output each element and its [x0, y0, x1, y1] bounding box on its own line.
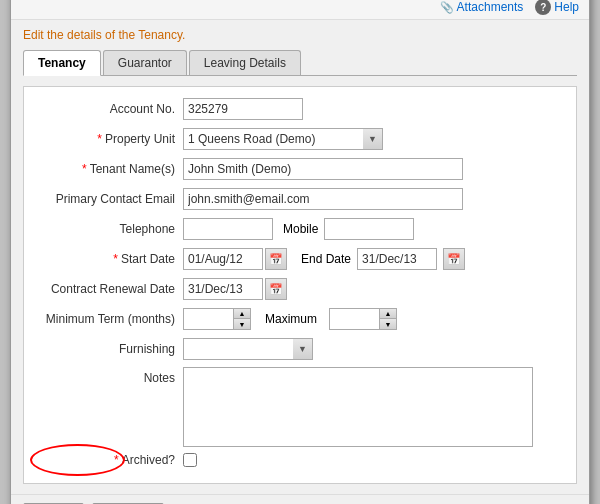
help-button[interactable]: ? Help	[535, 0, 579, 15]
tab-tenancy[interactable]: Tenancy	[23, 50, 101, 76]
contract-renewal-date-group: 📅	[183, 278, 287, 300]
archived-checkbox[interactable]	[183, 453, 197, 467]
toolbar: 📎 Attachments ? Help	[11, 0, 589, 20]
end-date-label: End Date	[301, 252, 351, 266]
tab-leaving-details[interactable]: Leaving Details	[189, 50, 301, 75]
start-date-group: 📅	[183, 248, 287, 270]
end-date-input[interactable]	[357, 248, 437, 270]
account-no-label: Account No.	[38, 102, 183, 116]
attachments-button[interactable]: 📎 Attachments	[440, 0, 524, 14]
notes-row: Notes	[38, 367, 562, 447]
mobile-input[interactable]	[324, 218, 414, 240]
contract-renewal-row: Contract Renewal Date 📅	[38, 277, 562, 301]
mobile-group: Mobile	[283, 218, 414, 240]
notes-textarea[interactable]	[183, 367, 533, 447]
tenant-names-input[interactable]	[183, 158, 463, 180]
start-date-calendar-button[interactable]: 📅	[265, 248, 287, 270]
account-no-input[interactable]	[183, 98, 303, 120]
furnishing-select[interactable]	[183, 338, 313, 360]
content-area: Edit the details of the Tenancy. Tenancy…	[11, 20, 589, 494]
min-term-up-button[interactable]: ▲	[234, 309, 250, 319]
min-term-down-button[interactable]: ▼	[234, 319, 250, 329]
required-star-4: *	[114, 453, 119, 467]
telephone-row: Telephone Mobile	[38, 217, 562, 241]
contact-email-row: Primary Contact Email	[38, 187, 562, 211]
min-term-spinner: ▲ ▼	[183, 308, 251, 330]
tenant-names-row: *Tenant Name(s)	[38, 157, 562, 181]
edit-description: Edit the details of the Tenancy.	[23, 28, 577, 42]
telephone-label: Telephone	[38, 222, 183, 236]
contract-renewal-input[interactable]	[183, 278, 263, 300]
help-label: Help	[554, 0, 579, 14]
furnishing-row: Furnishing ▼	[38, 337, 562, 361]
property-unit-select-wrapper: 1 Queens Road (Demo) ▼	[183, 128, 383, 150]
attach-icon: 📎	[440, 1, 454, 14]
maximum-up-button[interactable]: ▲	[380, 309, 396, 319]
archived-label: *Archived?	[38, 453, 183, 467]
start-date-input[interactable]	[183, 248, 263, 270]
maximum-label: Maximum	[265, 312, 317, 326]
telephone-input[interactable]	[183, 218, 273, 240]
contact-email-input[interactable]	[183, 188, 463, 210]
furnishing-label: Furnishing	[38, 342, 183, 356]
footer: Save Cancel	[11, 494, 589, 504]
required-star: *	[97, 132, 102, 146]
maximum-down-button[interactable]: ▼	[380, 319, 396, 329]
contract-renewal-label: Contract Renewal Date	[38, 282, 183, 296]
tab-guarantor[interactable]: Guarantor	[103, 50, 187, 75]
contract-renewal-calendar-button[interactable]: 📅	[265, 278, 287, 300]
notes-label: Notes	[38, 367, 183, 447]
start-date-row: *Start Date 📅 End Date 📅	[38, 247, 562, 271]
min-term-row: Minimum Term (months) ▲ ▼ Maximum ▲ ▼	[38, 307, 562, 331]
archived-row: *Archived?	[38, 453, 562, 467]
form-panel: Account No. *Property Unit 1 Queens Road…	[23, 86, 577, 484]
attachments-label: Attachments	[457, 0, 524, 14]
end-date-group: End Date 📅	[301, 248, 465, 270]
property-unit-select[interactable]: 1 Queens Road (Demo)	[183, 128, 383, 150]
start-date-label: *Start Date	[38, 252, 183, 266]
mobile-label: Mobile	[283, 222, 318, 236]
min-term-input[interactable]	[184, 309, 234, 329]
tenancy-window: Tenancy 📎 Attachments ? Help Edit the de…	[10, 0, 590, 504]
tenant-names-label: *Tenant Name(s)	[38, 162, 183, 176]
maximum-input[interactable]	[330, 309, 380, 329]
help-icon: ?	[535, 0, 551, 15]
furnishing-select-wrapper: ▼	[183, 338, 313, 360]
min-term-spin-buttons: ▲ ▼	[234, 309, 250, 329]
tab-bar: Tenancy Guarantor Leaving Details	[23, 50, 577, 76]
required-star-3: *	[113, 252, 118, 266]
property-unit-row: *Property Unit 1 Queens Road (Demo) ▼	[38, 127, 562, 151]
min-term-label: Minimum Term (months)	[38, 312, 183, 326]
maximum-spin-buttons: ▲ ▼	[380, 309, 396, 329]
required-star-2: *	[82, 162, 87, 176]
account-no-row: Account No.	[38, 97, 562, 121]
end-date-calendar-button[interactable]: 📅	[443, 248, 465, 270]
maximum-spinner: ▲ ▼	[329, 308, 397, 330]
contact-email-label: Primary Contact Email	[38, 192, 183, 206]
property-unit-label: *Property Unit	[38, 132, 183, 146]
entity-name: Tenancy	[138, 28, 182, 42]
maximum-group: Maximum ▲ ▼	[265, 308, 397, 330]
